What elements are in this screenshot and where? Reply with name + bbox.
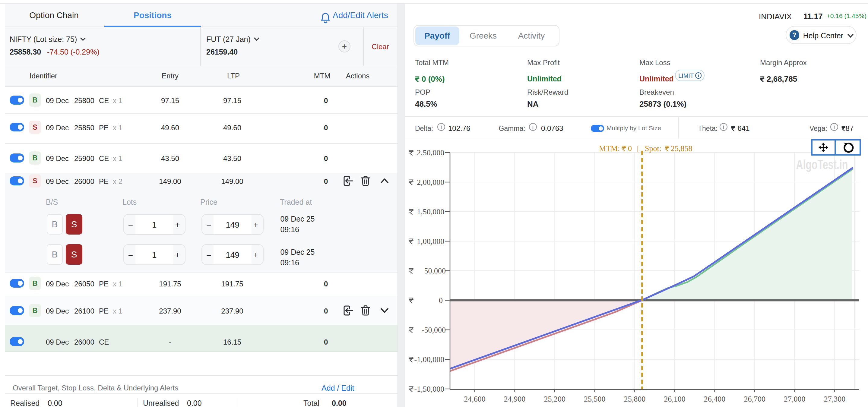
svg-text:|: | — [637, 145, 639, 152]
svg-text:27,300: 27,300 — [824, 395, 846, 403]
svg-text:50,000: 50,000 — [424, 267, 446, 275]
svg-text:25,500: 25,500 — [584, 395, 606, 403]
svg-text:27,000: 27,000 — [784, 395, 806, 403]
svg-text:25,858: 25,858 — [671, 144, 692, 153]
svg-text:2,50,000: 2,50,000 — [417, 148, 444, 157]
svg-text:-1,00,000: -1,00,000 — [414, 355, 444, 364]
svg-text:2,00,000: 2,00,000 — [417, 178, 444, 187]
svg-text:Spot:: Spot: — [645, 144, 661, 153]
svg-text:0: 0 — [628, 144, 632, 153]
svg-text:26,100: 26,100 — [664, 395, 685, 403]
svg-text:24,600: 24,600 — [464, 395, 486, 403]
svg-text:26,400: 26,400 — [704, 395, 726, 403]
svg-text:24,900: 24,900 — [504, 395, 526, 403]
svg-text:MTM:: MTM: — [599, 144, 620, 153]
svg-text:26,700: 26,700 — [744, 395, 766, 403]
svg-text:25,200: 25,200 — [544, 395, 565, 403]
svg-text:-50,000: -50,000 — [422, 325, 446, 334]
svg-text:1,50,000: 1,50,000 — [417, 208, 444, 216]
svg-text:1,00,000: 1,00,000 — [417, 237, 444, 246]
svg-text:25,800: 25,800 — [624, 395, 646, 403]
svg-text:-1,50,000: -1,50,000 — [414, 385, 444, 394]
svg-text:0: 0 — [439, 296, 443, 305]
svg-text:AlgoTest.in: AlgoTest.in — [796, 157, 848, 172]
